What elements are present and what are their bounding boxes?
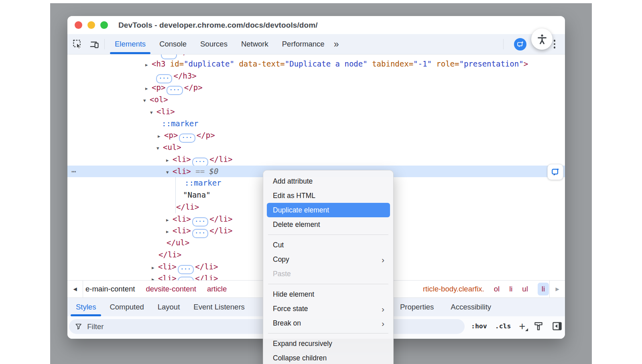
breadcrumb-scroll-left-icon[interactable]: ◀ [67,281,83,297]
menu-item-add-attribute[interactable]: Add attribute [263,174,393,188]
menu-item-copy[interactable]: Copy› [263,252,393,267]
menu-item-label: Collapse children [273,354,327,362]
accessibility-person-icon[interactable] [531,28,553,50]
code-token-attr: id= [165,59,184,68]
tree-row[interactable]: ▸<p>···</p> [67,82,565,94]
code-token-attr: tabindex= [368,59,413,68]
code-token-tag: </li> [176,202,199,211]
expand-arrow-closed-icon[interactable]: ▸ [158,130,164,142]
toggle-class-button[interactable]: .cls [495,322,511,330]
menu-item-force-state[interactable]: Force state› [263,301,393,316]
breadcrumb-item[interactable]: ol [494,285,500,293]
panel-tab-event-listeners[interactable]: Event Listeners [187,298,252,316]
toolbar-right-divider [503,39,504,49]
expand-arrow-closed-icon[interactable]: ▸ [166,226,173,238]
submenu-chevron-icon: › [382,255,384,264]
expand-arrow-open-icon[interactable]: ▾ [156,142,163,154]
menu-item-break-on[interactable]: Break on› [263,316,393,330]
panel-tab-styles[interactable]: Styles [69,298,103,316]
menu-item-expand-recursively[interactable]: Expand recursively [263,336,393,351]
expand-arrow-closed-icon[interactable]: ▸ [145,59,152,71]
tree-row[interactable]: ···</h3> [67,70,565,82]
tab-console[interactable]: Console [152,34,193,54]
menu-item-collapse-children[interactable]: Collapse children [263,351,393,364]
code-token-val: "duplicate" [184,59,234,68]
menu-item-hide-element[interactable]: Hide element [263,287,393,301]
ai-assistance-icon[interactable] [514,38,526,51]
expand-arrow-closed-icon[interactable]: ▸ [152,273,158,280]
code-token-tag: > [524,59,528,68]
toggle-pseudo-state-button[interactable]: :hov [471,322,487,330]
breadcrumb-item[interactable]: rticle-body.clearfix. [423,285,484,293]
expand-arrow-closed-icon[interactable]: ▸ [166,154,173,166]
menu-item-label: Duplicate element [273,206,329,214]
tab-sources[interactable]: Sources [193,34,234,54]
expand-arrow-open-icon[interactable]: ▾ [150,107,156,119]
tree-row[interactable]: ▾<ul> [67,142,565,154]
breadcrumb-item-selected[interactable]: li [538,283,549,295]
menu-item-label: Force state [273,305,308,313]
tree-row[interactable]: ▾<ol> [67,94,565,106]
device-toolbar-icon[interactable] [87,37,101,51]
tree-row[interactable]: ::marker [67,118,565,130]
code-token-tag: </li> [209,226,232,235]
breadcrumb-right-items: rticle-body.clearfix.olliulli [423,281,549,297]
breadcrumb-item[interactable]: ul [522,285,528,293]
expand-arrow-closed-icon[interactable]: ▸ [152,262,158,274]
breadcrumb-item[interactable]: devsite-content [146,285,196,293]
zoom-window-button[interactable] [100,21,108,29]
toolbar-divider [104,39,105,49]
tree-row[interactable]: ▸<h3 id="duplicate" data-text="Duplicate… [67,58,565,70]
minimize-window-button[interactable] [87,21,95,29]
breadcrumb-item[interactable]: article [207,285,227,293]
new-style-rule-button[interactable]: + [519,322,526,330]
rendering-brush-icon[interactable] [533,321,544,332]
tab-performance[interactable]: Performance [275,34,331,54]
menu-item-label: Break on [273,319,301,328]
tree-row[interactable]: ···</h2> [67,55,565,58]
expand-arrow-closed-icon[interactable]: ▸ [166,214,173,226]
panel-tabs-right: PropertiesAccessibility [393,298,498,316]
collapsed-content-pill[interactable]: ··· [178,277,194,280]
code-token-tag: </h2> [178,55,201,56]
expand-arrow-closed-icon[interactable]: ▸ [145,83,152,95]
panel-tab-accessibility[interactable]: Accessibility [444,298,498,316]
tab-network[interactable]: Network [234,34,275,54]
expand-arrow-open-icon[interactable]: ▾ [166,166,173,178]
menu-item-edit-as-html[interactable]: Edit as HTML [263,188,393,203]
row-more-actions-dots[interactable]: ⋯ [71,166,76,178]
submenu-chevron-icon: › [382,305,384,313]
indent-guide [175,201,176,213]
menu-item-label: Delete element [273,220,320,229]
breadcrumb-item[interactable]: li [509,285,512,293]
code-token-tag: <li> [173,155,191,164]
tree-row[interactable]: ▸<li>···</li> [67,154,565,166]
tab-elements[interactable]: Elements [108,34,152,54]
expand-arrow-open-icon[interactable]: ▾ [143,95,150,107]
menu-item-label: Copy [273,255,289,264]
more-tabs-icon[interactable]: » [331,39,341,50]
code-token-tag: </li> [209,155,232,164]
menu-item-label: Add attribute [273,177,313,186]
breadcrumb-scroll-right-icon[interactable]: ▶ [549,281,565,297]
toggle-sidebar-icon[interactable] [552,321,563,332]
inspect-element-icon[interactable] [71,37,84,51]
menu-item-delete-element[interactable]: Delete element [263,217,393,232]
breadcrumb-item[interactable]: e-main-content [85,285,135,293]
code-token-tag: <li> [158,274,177,280]
menu-item-label: Cut [273,241,284,249]
code-token-tag: <ol> [150,95,168,104]
code-token-tag: <ul> [163,143,181,152]
tree-row[interactable]: ▾<li> [67,106,565,118]
context-menu: Add attributeEdit as HTMLDuplicate eleme… [263,170,394,364]
panel-tab-layout[interactable]: Layout [151,298,187,316]
menu-item-duplicate-element[interactable]: Duplicate element [267,203,390,217]
breadcrumb-left-items: e-main-contentdevsite-contentarticle [85,285,227,293]
code-token-attr: role= [432,59,459,68]
panel-tab-properties[interactable]: Properties [393,298,441,316]
panel-tab-computed[interactable]: Computed [103,298,150,316]
code-token-dollar: $0 [209,167,219,176]
close-window-button[interactable] [75,21,82,29]
tree-row[interactable]: ▸<p>···</p> [67,129,565,142]
menu-item-cut[interactable]: Cut [263,238,393,252]
